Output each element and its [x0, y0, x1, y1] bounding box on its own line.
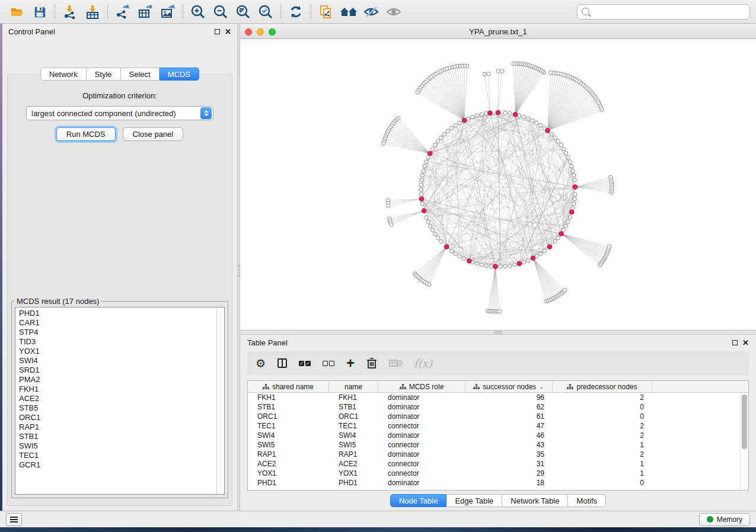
table-cell: connector [378, 469, 465, 478]
deselect-all-icon[interactable] [323, 361, 334, 366]
import-network-icon [62, 4, 78, 20]
tab-label: MCDS [168, 70, 190, 79]
table-scrollbar-thumb[interactable] [742, 395, 747, 449]
table-row[interactable]: RAP1RAP1dominator352 [248, 450, 740, 459]
mcds-result-item[interactable]: STB1 [19, 432, 224, 441]
optimization-criterion-select[interactable]: largest connected component (undirected) [26, 106, 213, 120]
task-history-button[interactable] [6, 513, 22, 526]
mcds-result-item[interactable]: ORC1 [19, 413, 224, 422]
add-column-icon[interactable]: + [346, 356, 355, 370]
hierarchy-icon [473, 384, 480, 390]
mcds-result-item[interactable]: SWI4 [19, 356, 224, 366]
table-cell: 2 [553, 393, 652, 402]
tab-select[interactable]: Select [121, 68, 160, 81]
tab-edge-table[interactable]: Edge Table [446, 494, 502, 507]
mcds-result-item[interactable]: PHD1 [19, 309, 224, 318]
network-window-titlebar[interactable]: YPA_prune.txt_1 [240, 25, 756, 39]
horizontal-splitter-grip[interactable] [494, 331, 502, 334]
mcds-result-item[interactable]: STB5 [19, 403, 224, 413]
control-panel: Control Panel ✕ Network Style Select MCD… [2, 24, 237, 511]
toolbar-separator [107, 4, 108, 20]
mcds-result-item[interactable]: GCR1 [19, 460, 224, 470]
tab-network-table[interactable]: Network Table [502, 494, 568, 507]
column-header-successor-nodes[interactable]: successor nodes ⌄ [465, 381, 553, 392]
toolbar-separator [311, 4, 311, 20]
search-input[interactable] [592, 7, 745, 16]
show-columns-icon[interactable] [277, 358, 287, 368]
function-builder-icon: f(x) [414, 357, 432, 370]
table-row[interactable]: SWI4SWI4dominator462 [248, 431, 740, 440]
float-panel-icon[interactable] [215, 29, 220, 34]
clone-network-button[interactable] [315, 2, 337, 21]
zoom-fit-button[interactable] [232, 2, 254, 21]
select-all-icon[interactable]: ✓✓ [299, 361, 311, 366]
tab-style[interactable]: Style [87, 68, 121, 81]
export-table-button[interactable] [134, 2, 157, 21]
close-panel-icon[interactable]: ✕ [742, 339, 749, 347]
search-field[interactable] [577, 4, 750, 20]
table-cell: dominator [378, 393, 465, 402]
table-row[interactable]: FKH1FKH1dominator962 [248, 393, 740, 402]
mcds-result-item[interactable]: STP4 [19, 328, 224, 337]
tab-mcds[interactable]: MCDS [160, 68, 199, 81]
mcds-result-item[interactable]: SWI5 [19, 441, 224, 451]
float-panel-icon[interactable] [732, 340, 738, 345]
tab-network[interactable]: Network [40, 68, 87, 81]
import-network-button[interactable] [59, 2, 81, 21]
mcds-result-item[interactable]: PMA2 [19, 375, 224, 384]
import-table-button[interactable] [81, 2, 104, 21]
open-file-button[interactable] [6, 2, 28, 21]
column-header-mcds-role[interactable]: MCDS role [378, 381, 465, 392]
table-cell: 0 [553, 402, 652, 412]
table-row[interactable]: ORC1ORC1dominator610 [248, 412, 740, 421]
refresh-layout-button[interactable] [285, 2, 307, 21]
table-cell [652, 402, 740, 412]
table-cell: 0 [553, 478, 652, 488]
refresh-layout-icon [288, 4, 304, 20]
save-session-button[interactable] [28, 2, 51, 21]
mcds-result-item[interactable]: CAR1 [19, 318, 224, 328]
show-all-button[interactable] [382, 2, 405, 21]
table-row[interactable]: STB1STB1dominator620 [248, 402, 740, 412]
table-scrollbar[interactable] [740, 393, 748, 490]
column-header-shared-name[interactable]: shared name [248, 381, 329, 392]
zoom-out-button[interactable] [209, 2, 232, 21]
mcds-result-item[interactable]: SRD1 [19, 366, 224, 375]
tab-motifs[interactable]: Motifs [568, 494, 606, 507]
zoom-selected-button[interactable] [254, 2, 277, 21]
mcds-result-item[interactable]: RAP1 [19, 422, 224, 432]
table-row[interactable]: TEC1TEC1connector472 [248, 421, 740, 431]
delete-column-icon[interactable] [366, 357, 377, 369]
table-row[interactable]: YOX1YOX1connector291 [248, 469, 740, 478]
mcds-list-scrollbar[interactable] [216, 307, 224, 494]
control-panel-tabs: Network Style Select MCDS [2, 68, 237, 81]
mcds-result-item[interactable]: TEC1 [19, 451, 224, 460]
table-row[interactable]: PHD1PHD1dominator180 [248, 478, 740, 488]
mcds-result-item[interactable]: YOX1 [19, 347, 224, 356]
tab-node-table[interactable]: Node Table [390, 494, 447, 507]
table-cell [652, 459, 740, 469]
table-row[interactable]: SWI5SWI5connector431 [248, 440, 740, 450]
close-panel-button[interactable]: Close panel [123, 127, 184, 141]
memory-button[interactable]: Memory [699, 513, 750, 526]
hide-selected-button[interactable] [360, 2, 382, 21]
close-panel-icon[interactable]: ✕ [225, 28, 231, 36]
table-row[interactable]: ACE2ACE2connector311 [248, 459, 740, 469]
table-cell: 46 [465, 431, 553, 440]
network-canvas[interactable] [240, 39, 756, 330]
run-mcds-button[interactable]: Run MCDS [56, 127, 116, 141]
table-settings-gear-icon[interactable]: ⚙ [256, 358, 266, 369]
export-image-button[interactable] [157, 2, 179, 21]
mcds-result-item[interactable]: TID3 [19, 337, 224, 347]
table-cell: 18 [465, 478, 553, 488]
mcds-result-item[interactable]: FKH1 [19, 384, 224, 394]
zoom-out-icon [213, 4, 228, 20]
zoom-in-button[interactable] [187, 2, 209, 21]
first-neighbors-button[interactable] [337, 2, 360, 21]
column-header-predecessor-nodes[interactable]: predecessor nodes [553, 381, 652, 392]
mcds-result-list[interactable]: PHD1CAR1STP4TID3YOX1SWI4SRD1PMA2FKH1ACE2… [15, 307, 225, 495]
column-header-name[interactable]: name [329, 381, 378, 392]
export-network-icon [115, 4, 130, 20]
export-network-button[interactable] [111, 2, 134, 21]
mcds-result-item[interactable]: ACE2 [19, 394, 224, 403]
